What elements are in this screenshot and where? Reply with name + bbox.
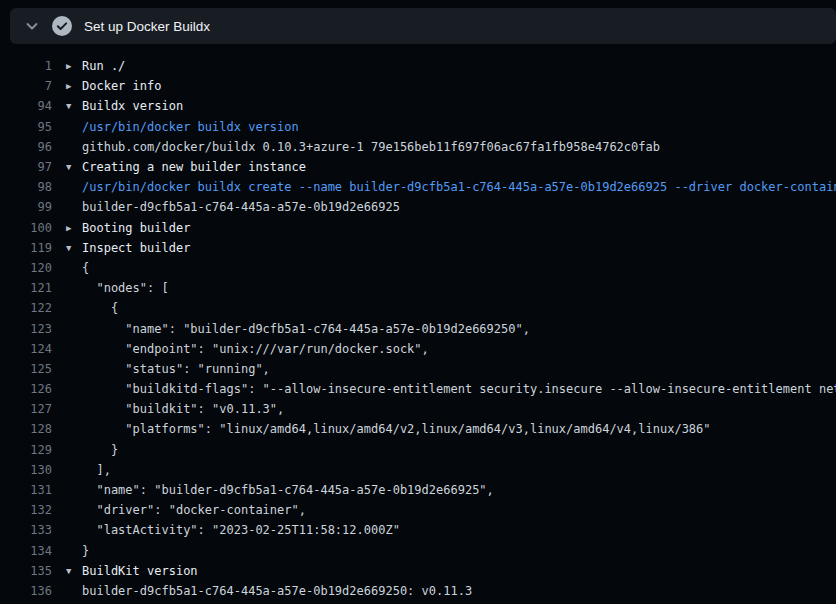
group-title: Booting builder (82, 221, 190, 235)
output-text: "platforms": "linux/amd64,linux/amd64/v2… (52, 422, 836, 436)
chevron-down-icon (24, 18, 40, 34)
group-title: Creating a new builder instance (82, 160, 306, 174)
log-row: 123 "name": "builder-d9cfb5a1-c764-445a-… (0, 318, 836, 338)
log-row: 98/usr/bin/docker buildx create --name b… (0, 177, 836, 197)
output-text: { (52, 261, 836, 275)
line-number[interactable]: 100 (0, 221, 52, 235)
line-number[interactable]: 122 (0, 301, 52, 315)
group-expanded-arrow-icon: ▼ (66, 101, 82, 111)
group-collapsed-arrow-icon: ▶ (66, 223, 82, 233)
output-text: builder-d9cfb5a1-c764-445a-a57e-0b19d2e6… (52, 200, 836, 214)
log-row: 122 { (0, 298, 836, 318)
log-row: 99builder-d9cfb5a1-c764-445a-a57e-0b19d2… (0, 197, 836, 217)
log-row: 124 "endpoint": "unix:///var/run/docker.… (0, 339, 836, 359)
log-row: 136builder-d9cfb5a1-c764-445a-a57e-0b19d… (0, 581, 836, 601)
log-row: 134} (0, 541, 836, 561)
group-expanded-arrow-icon: ▼ (66, 243, 82, 253)
group-title: Buildx version (82, 99, 183, 113)
log-row: 121 "nodes": [ (0, 278, 836, 298)
group-header[interactable]: ▼Creating a new builder instance (52, 160, 836, 174)
output-text: } (52, 544, 836, 558)
group-expanded-arrow-icon: ▼ (66, 566, 82, 576)
output-text: } (52, 443, 836, 457)
line-number[interactable]: 130 (0, 463, 52, 477)
line-number[interactable]: 131 (0, 483, 52, 497)
log-lines: 1▶Run ./7▶Docker info94▼Buildx version95… (0, 44, 836, 604)
line-number[interactable]: 7 (0, 79, 52, 93)
output-text: builder-d9cfb5a1-c764-445a-a57e-0b19d2e6… (52, 584, 836, 598)
output-text: "status": "running", (52, 362, 836, 376)
log-row: 125 "status": "running", (0, 359, 836, 379)
log-group-row: 7▶Docker info (0, 76, 836, 96)
output-text: "nodes": [ (52, 281, 836, 295)
line-number[interactable]: 99 (0, 200, 52, 214)
line-number[interactable]: 97 (0, 160, 52, 174)
output-text: "buildkit": "v0.11.3", (52, 402, 836, 416)
output-text: "buildkitd-flags": "--allow-insecure-ent… (52, 382, 836, 396)
actions-log-viewer: Set up Docker Buildx 1▶Run ./7▶Docker in… (0, 0, 836, 604)
output-text: "lastActivity": "2023-02-25T11:58:12.000… (52, 523, 836, 537)
output-text: ], (52, 463, 836, 477)
log-row: 130 ], (0, 460, 836, 480)
group-title: Run ./ (82, 59, 125, 73)
output-text: { (52, 301, 836, 315)
line-number[interactable]: 129 (0, 443, 52, 457)
group-collapsed-arrow-icon: ▶ (66, 61, 82, 71)
group-expanded-arrow-icon: ▼ (66, 162, 82, 172)
log-row: 131 "name": "builder-d9cfb5a1-c764-445a-… (0, 480, 836, 500)
log-group-row: 135▼BuildKit version (0, 561, 836, 581)
line-number[interactable]: 133 (0, 523, 52, 537)
output-text: github.com/docker/buildx 0.10.3+azure-1 … (52, 140, 836, 154)
output-text: "name": "builder-d9cfb5a1-c764-445a-a57e… (52, 322, 836, 336)
step-header[interactable]: Set up Docker Buildx (10, 8, 836, 44)
line-number[interactable]: 96 (0, 140, 52, 154)
line-number[interactable]: 136 (0, 584, 52, 598)
command-text: /usr/bin/docker buildx create --name bui… (52, 180, 836, 194)
line-number[interactable]: 95 (0, 120, 52, 134)
group-title: Inspect builder (82, 241, 190, 255)
line-number[interactable]: 123 (0, 322, 52, 336)
line-number[interactable]: 128 (0, 422, 52, 436)
line-number[interactable]: 132 (0, 503, 52, 517)
line-number[interactable]: 134 (0, 544, 52, 558)
command-text: /usr/bin/docker buildx version (52, 120, 836, 134)
log-row: 132 "driver": "docker-container", (0, 500, 836, 520)
log-row: 127 "buildkit": "v0.11.3", (0, 399, 836, 419)
group-header[interactable]: ▼Inspect builder (52, 241, 836, 255)
line-number[interactable]: 94 (0, 99, 52, 113)
line-number[interactable]: 120 (0, 261, 52, 275)
log-row: 126 "buildkitd-flags": "--allow-insecure… (0, 379, 836, 399)
group-header[interactable]: ▶Run ./ (52, 59, 836, 73)
line-number[interactable]: 1 (0, 59, 52, 73)
log-row: 129 } (0, 440, 836, 460)
group-header[interactable]: ▼BuildKit version (52, 564, 836, 578)
collapse-step-button[interactable] (20, 14, 44, 38)
log-row: 95/usr/bin/docker buildx version (0, 117, 836, 137)
log-row: 133 "lastActivity": "2023-02-25T11:58:12… (0, 520, 836, 540)
output-text: "endpoint": "unix:///var/run/docker.sock… (52, 342, 836, 356)
output-text: "driver": "docker-container", (52, 503, 836, 517)
log-group-row: 94▼Buildx version (0, 96, 836, 116)
log-row: 96github.com/docker/buildx 0.10.3+azure-… (0, 137, 836, 157)
group-header[interactable]: ▶Docker info (52, 79, 836, 93)
group-title: BuildKit version (82, 564, 198, 578)
log-group-row: 100▶Booting builder (0, 218, 836, 238)
group-header[interactable]: ▶Booting builder (52, 221, 836, 235)
line-number[interactable]: 135 (0, 564, 52, 578)
group-title: Docker info (82, 79, 161, 93)
line-number[interactable]: 127 (0, 402, 52, 416)
line-number[interactable]: 125 (0, 362, 52, 376)
log-row: 120{ (0, 258, 836, 278)
line-number[interactable]: 121 (0, 281, 52, 295)
line-number[interactable]: 98 (0, 180, 52, 194)
log-group-row: 97▼Creating a new builder instance (0, 157, 836, 177)
line-number[interactable]: 124 (0, 342, 52, 356)
group-header[interactable]: ▼Buildx version (52, 99, 836, 113)
log-group-row: 119▼Inspect builder (0, 238, 836, 258)
log-row: 128 "platforms": "linux/amd64,linux/amd6… (0, 419, 836, 439)
output-text: "name": "builder-d9cfb5a1-c764-445a-a57e… (52, 483, 836, 497)
line-number[interactable]: 119 (0, 241, 52, 255)
step-title: Set up Docker Buildx (84, 19, 210, 34)
line-number[interactable]: 126 (0, 382, 52, 396)
group-collapsed-arrow-icon: ▶ (66, 81, 82, 91)
